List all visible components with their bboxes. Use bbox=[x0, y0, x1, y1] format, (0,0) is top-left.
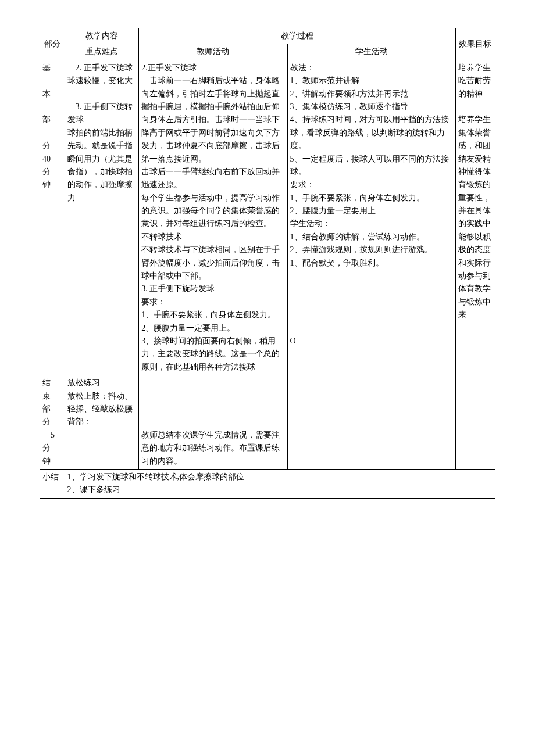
teacher-main: 2.正手发下旋球 击球前一一右脚稍后或平站，身体略向左偏斜，引拍时左手将球向上抛… bbox=[139, 60, 287, 375]
lesson-plan-table: 部分 教学内容 教学过程 效果目标 重点难点 教师活动 学生活动 基 本 部 分… bbox=[40, 28, 495, 499]
part-main-label: 基 本 部 分 40 分 钟 bbox=[40, 60, 65, 375]
part-end-label: 结 束 部 分 5 分 钟 bbox=[40, 375, 65, 470]
effect-main: 培养学生吃苦耐劳的精神 培养学生集体荣誉感，和团结友爱精神懂得体育锻炼的重要性，… bbox=[455, 60, 495, 375]
effect-end bbox=[455, 375, 495, 470]
header-effect: 效果目标 bbox=[455, 28, 495, 60]
header-process: 教学过程 bbox=[139, 28, 456, 44]
summary-text: 1、学习发下旋球和不转球技术,体会摩擦球的部位 2、课下多练习 bbox=[65, 469, 495, 498]
summary-label: 小结 bbox=[40, 469, 65, 498]
subheader-teacher: 教师活动 bbox=[139, 44, 287, 60]
student-end bbox=[287, 375, 455, 470]
content-main: 2. 正手发下旋球 球速较慢，变化大 3. 正手侧下旋转发球 球拍的前端比拍柄先… bbox=[65, 60, 139, 375]
header-part: 部分 bbox=[40, 28, 65, 60]
subheader-student: 学生活动 bbox=[287, 44, 455, 60]
teacher-end: 教师总结本次课学生完成情况，需要注意的地方和加强练习动作。布置课后练习的内容。 bbox=[139, 375, 287, 470]
content-end: 放松练习 放松上肢：抖动、轻揉、轻敲放松腰背部： bbox=[65, 375, 139, 470]
subheader-content: 重点难点 bbox=[65, 44, 139, 60]
header-content: 教学内容 bbox=[65, 28, 139, 44]
student-main: 教法： 1、教师示范并讲解 2、讲解动作要领和方法并再示范 3、集体模仿练习，教… bbox=[287, 60, 455, 375]
